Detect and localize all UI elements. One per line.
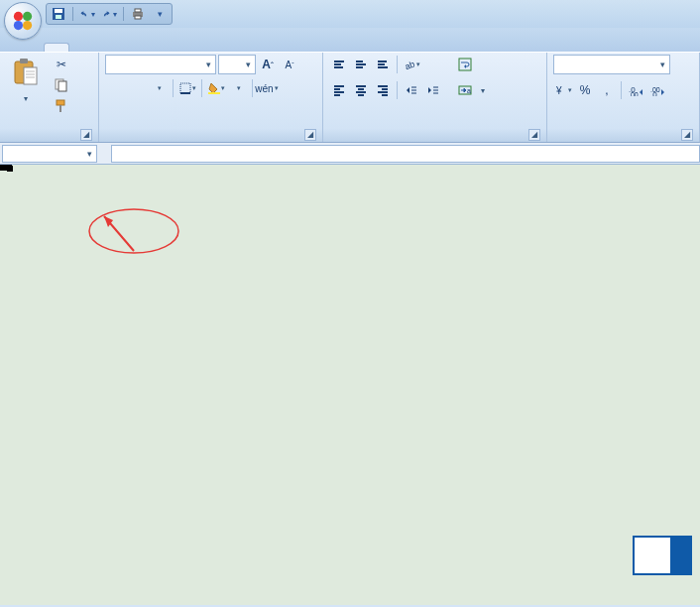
svg-rect-6 (56, 15, 61, 19)
cut-button[interactable]: ✂ (50, 55, 76, 74)
formula-bar: ▾ (0, 143, 700, 165)
border-button[interactable] (177, 78, 197, 98)
cut-icon: ✂ (54, 57, 69, 72)
svg-text:ab: ab (404, 60, 415, 70)
merge-icon: a (457, 82, 473, 98)
tab-view[interactable] (188, 44, 212, 52)
save-icon[interactable] (51, 6, 66, 22)
align-top-button[interactable] (329, 55, 349, 74)
svg-rect-20 (180, 83, 190, 93)
align-right-icon (378, 85, 388, 96)
copy-button[interactable] (50, 75, 76, 95)
group-alignment: ab a▾ ◢ (323, 53, 547, 142)
align-middle-button[interactable] (351, 55, 371, 74)
align-bottom-button[interactable] (373, 55, 393, 74)
svg-rect-11 (20, 59, 28, 63)
fill-color-button[interactable] (206, 78, 226, 98)
font-color-button[interactable] (228, 78, 248, 98)
paste-button[interactable]: ▾ (6, 55, 46, 105)
tab-developer[interactable] (212, 44, 236, 52)
format-painter-icon (54, 98, 69, 114)
merge-center-button[interactable]: a▾ (453, 80, 489, 100)
svg-rect-19 (59, 105, 61, 112)
svg-point-0 (14, 12, 23, 21)
undo-button[interactable] (79, 6, 95, 22)
align-right-button[interactable] (373, 80, 393, 100)
title-bar: ▾ (0, 0, 700, 28)
copy-icon (54, 77, 69, 93)
tab-pagelayout[interactable] (93, 44, 117, 52)
active-cell[interactable] (0, 165, 12, 171)
annotation-arrow (69, 196, 188, 266)
ribbon-tabs (0, 28, 700, 52)
svg-rect-18 (57, 100, 64, 105)
quick-access-toolbar: ▾ (46, 3, 173, 25)
group-number: ▾ ¥ % , .0.00 .00.0 ◢ (547, 53, 700, 142)
office-button[interactable] (4, 2, 42, 40)
ribbon: ▾ ✂ ◢ ▾ ▾ Aˆ Aˇ (0, 52, 700, 143)
accounting-format-button[interactable]: ¥ (553, 80, 573, 100)
align-left-icon (334, 85, 344, 96)
wrap-text-icon (457, 57, 473, 72)
align-middle-icon (356, 61, 366, 68)
grow-font-button[interactable]: Aˆ (258, 55, 278, 74)
align-bottom-icon (378, 61, 388, 68)
svg-rect-17 (58, 81, 66, 91)
svg-text:a: a (467, 87, 471, 94)
watermark-logo (633, 536, 672, 575)
underline-button[interactable] (149, 78, 169, 98)
percent-button[interactable]: % (575, 80, 595, 100)
tab-review[interactable] (165, 44, 188, 52)
phonetic-button[interactable]: wén (257, 78, 277, 98)
tab-home[interactable] (44, 43, 69, 52)
align-left-button[interactable] (329, 80, 349, 100)
redo-button[interactable] (101, 6, 117, 22)
svg-rect-12 (24, 67, 37, 84)
align-center-icon (356, 85, 366, 96)
decrease-indent-button[interactable] (402, 80, 421, 100)
svg-marker-40 (104, 216, 113, 227)
svg-rect-22 (208, 92, 220, 94)
tab-formulas[interactable] (117, 44, 141, 52)
formula-input[interactable] (111, 145, 700, 163)
svg-line-39 (104, 216, 134, 251)
tab-data[interactable] (141, 44, 165, 52)
clipboard-launcher[interactable]: ◢ (80, 129, 92, 141)
name-box[interactable]: ▾ (2, 145, 97, 163)
quickprint-icon[interactable] (130, 6, 146, 22)
italic-button[interactable] (127, 78, 147, 98)
shrink-font-button[interactable]: Aˇ (280, 55, 299, 74)
increase-indent-button[interactable] (423, 80, 443, 100)
svg-rect-9 (135, 16, 141, 19)
tab-insert[interactable] (69, 44, 93, 52)
svg-rect-8 (135, 9, 141, 12)
align-top-icon (334, 61, 344, 68)
svg-text:¥: ¥ (555, 85, 562, 96)
increase-decimal-button[interactable]: .0.00 (626, 80, 645, 100)
svg-text:.00: .00 (629, 91, 639, 96)
svg-point-2 (14, 21, 23, 30)
svg-text:.0: .0 (650, 90, 657, 96)
orientation-button[interactable]: ab (402, 55, 421, 74)
font-launcher[interactable]: ◢ (304, 129, 316, 141)
group-clipboard: ▾ ✂ ◢ (0, 53, 99, 142)
watermark (633, 536, 692, 575)
svg-point-1 (23, 12, 32, 21)
qat-customize-icon[interactable]: ▾ (152, 6, 168, 22)
number-format-combo[interactable]: ▾ (553, 55, 670, 74)
comma-button[interactable]: , (597, 80, 617, 100)
wrap-text-button[interactable] (453, 55, 489, 74)
format-painter-button[interactable] (50, 96, 76, 116)
svg-point-3 (23, 21, 32, 30)
svg-point-38 (89, 209, 178, 253)
font-size-combo[interactable]: ▾ (218, 55, 256, 74)
bold-button[interactable] (105, 78, 125, 98)
alignment-launcher[interactable]: ◢ (528, 129, 540, 141)
group-font: ▾ ▾ Aˆ Aˇ wén ◢ (99, 53, 323, 142)
align-center-button[interactable] (351, 80, 371, 100)
font-name-combo[interactable]: ▾ (105, 55, 216, 74)
decrease-decimal-button[interactable]: .00.0 (647, 80, 667, 100)
number-launcher[interactable]: ◢ (681, 129, 693, 141)
paste-icon (10, 57, 42, 88)
spreadsheet-grid[interactable] (0, 165, 700, 605)
